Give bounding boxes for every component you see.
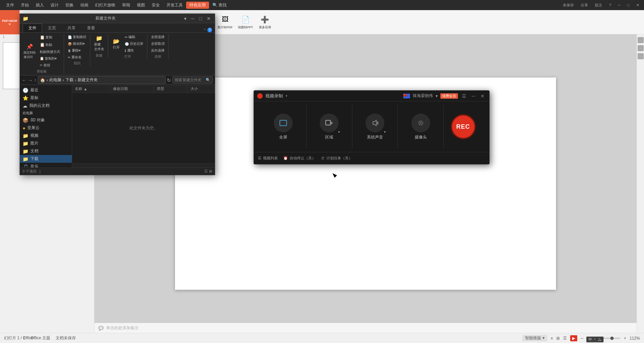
menu-special[interactable]: 特色应用: [186, 2, 209, 9]
share-button[interactable]: 分享: [579, 2, 590, 8]
fe-sidebar-recent[interactable]: 🕐 最近: [20, 86, 72, 94]
fe-path-this-pc[interactable]: 此电脑: [49, 77, 61, 83]
fe-cut-btn[interactable]: ✂ 剪切: [38, 62, 62, 68]
vr-playlist-btn[interactable]: ☰ 视频列表: [258, 156, 278, 161]
vr-minimize-btn[interactable]: ─: [470, 93, 476, 99]
fe-open-btn[interactable]: 📂 打开: [110, 37, 122, 51]
fe-new-folder-btn[interactable]: 📁 新建文件夹: [92, 34, 106, 53]
fe-delete-btn[interactable]: 🗑 删除▾: [66, 48, 88, 54]
vr-username-dropdown[interactable]: ▾: [436, 94, 438, 98]
view-grid[interactable]: ⊞: [556, 336, 560, 341]
fe-title-dropdown[interactable]: ▾: [183, 16, 188, 21]
zoom-out[interactable]: ─: [581, 336, 584, 341]
fe-rename-btn[interactable]: ✏ 重命名: [66, 54, 88, 60]
vr-close-btn[interactable]: ✕: [479, 93, 486, 99]
play-button[interactable]: ▶: [570, 335, 577, 341]
fe-select-all-btn[interactable]: 全部选择: [149, 34, 166, 40]
zoom-in[interactable]: +: [624, 336, 626, 341]
fe-sidebar-3d[interactable]: 📦 3D 对象: [20, 116, 72, 124]
fe-col-date[interactable]: 修改日期: [110, 85, 154, 93]
fe-back-btn[interactable]: ←: [22, 77, 27, 83]
fe-col-type[interactable]: 类型: [154, 85, 188, 93]
ribbon-more-apps[interactable]: ➕ 更多应用: [257, 13, 273, 31]
vr-member-badge[interactable]: 续费会员: [440, 93, 458, 99]
right-panel-icon-2[interactable]: ·: [638, 45, 644, 51]
fe-copy-to-btn[interactable]: 📋 复制到▾: [38, 56, 62, 62]
vr-auto-stop-btn[interactable]: ⏰ 自动停止（关）: [283, 156, 316, 161]
fe-up-btn[interactable]: ↑: [34, 77, 36, 83]
fe-refresh-btn[interactable]: ↻: [167, 77, 171, 83]
fe-tab-view[interactable]: 查看: [81, 24, 101, 32]
fe-sidebar-starred[interactable]: ⭐ 星标: [20, 94, 72, 102]
fe-paste-btn[interactable]: 📋 粘贴: [38, 41, 62, 48]
fe-tab-file[interactable]: 文件: [23, 24, 42, 32]
fe-sidebar-downloads[interactable]: 📁 下载: [20, 155, 72, 163]
vr-menu-icon[interactable]: ☰: [461, 93, 468, 99]
help-button[interactable]: ?: [607, 2, 613, 8]
fe-minimize-btn[interactable]: ─: [190, 16, 196, 21]
menu-security[interactable]: 安全: [148, 2, 163, 9]
fe-invert-select-btn[interactable]: 反向选择: [149, 48, 166, 54]
menu-home[interactable]: 开始: [18, 2, 32, 9]
fe-sidebar-jianguo[interactable]: ● 坚果云: [20, 124, 72, 132]
fe-tab-expand[interactable]: ⌃ ?: [203, 28, 212, 32]
vr-sound-btn[interactable]: ▾: [365, 114, 384, 132]
fe-sidebar-docs[interactable]: 📁 文档: [20, 147, 72, 155]
fe-copy-path-btn[interactable]: 📄 复制路径: [66, 34, 88, 40]
batch-button[interactable]: 批注: [593, 2, 604, 8]
vr-rec-btn[interactable]: REC: [451, 115, 475, 138]
fe-edit-btn[interactable]: ✏ 编辑: [123, 34, 145, 40]
fe-view-grid-icon[interactable]: ⊞: [209, 169, 212, 174]
vr-camera-btn[interactable]: [411, 114, 430, 132]
fe-maximize-btn[interactable]: □: [198, 16, 203, 21]
smart-push[interactable]: 智能推版 ▾: [522, 335, 547, 341]
menu-file[interactable]: 文件: [3, 2, 18, 9]
menu-search[interactable]: 🔍 查找: [209, 2, 230, 9]
note-placeholder-text[interactable]: 单击此处添加备注: [106, 325, 139, 331]
fe-forward-btn[interactable]: →: [28, 77, 33, 83]
fe-sidebar-music[interactable]: 🎵 音乐: [20, 163, 72, 167]
right-panel-icon-3[interactable]: ·: [638, 53, 644, 59]
fe-sidebar-cloud[interactable]: ☁ 我的云文档: [20, 102, 72, 110]
fe-tab-share[interactable]: 共享: [62, 24, 81, 32]
fe-close-btn[interactable]: ✕: [205, 16, 212, 21]
vr-fullscreen-btn[interactable]: [274, 114, 293, 132]
right-panel-icon-1[interactable]: ·: [638, 37, 644, 43]
ribbon-paper-ppt[interactable]: 📄 纸图转PPT: [236, 13, 255, 31]
vr-area-btn[interactable]: ▾: [320, 114, 339, 132]
menu-animation[interactable]: 动画: [77, 2, 92, 9]
fe-view-list-icon[interactable]: ☰: [204, 169, 208, 174]
maximize-button[interactable]: □: [625, 2, 632, 8]
vr-schedule-btn[interactable]: ⏱ 计划任务（关）: [321, 156, 352, 161]
fe-sidebar-pictures[interactable]: 📁 图片: [20, 139, 72, 147]
fe-paste-shortcut-btn[interactable]: 粘贴快捷方式: [38, 49, 62, 55]
menu-slideshow[interactable]: 幻灯片放映: [92, 2, 119, 9]
fe-path-new-folder[interactable]: 新建文件夹: [78, 77, 98, 83]
menu-review[interactable]: 审阅: [119, 2, 134, 9]
fe-pin-btn[interactable]: 📌 固定到快速访问: [22, 42, 37, 60]
fe-move-btn[interactable]: 📦 移动到▾: [66, 41, 88, 47]
pdf-wps-button[interactable]: PDF×WOR D: [0, 10, 20, 34]
fe-history-btn[interactable]: 🕐 历史记录: [123, 41, 145, 47]
fe-tab-home[interactable]: 主页: [42, 24, 62, 32]
fe-col-size[interactable]: 大小: [188, 85, 215, 93]
fe-address-path[interactable]: 🏠 › 此电脑 › 下载 › 新建文件夹: [38, 76, 166, 84]
view-outline[interactable]: ☰: [563, 336, 567, 341]
menu-design[interactable]: 设计: [47, 2, 62, 9]
close-button[interactable]: ✕: [634, 2, 641, 8]
menu-insert[interactable]: 插入: [32, 2, 47, 9]
fe-deselect-all-btn[interactable]: 全部取消: [149, 41, 166, 47]
minimize-button[interactable]: ─: [616, 2, 623, 8]
vr-title-dropdown[interactable]: ▾: [286, 94, 287, 98]
fe-horizontal-scrollbar[interactable]: [72, 163, 215, 167]
view-normal[interactable]: ≡: [551, 336, 553, 341]
zoom-level[interactable]: 112%: [630, 336, 640, 341]
fe-path-downloads[interactable]: 下载: [65, 77, 74, 83]
fe-sidebar-video[interactable]: 📁 视频: [20, 132, 72, 139]
menu-transition[interactable]: 切换: [62, 2, 77, 9]
menu-devtools[interactable]: 开发工具: [163, 2, 186, 9]
fe-col-name[interactable]: 名称 ▲: [72, 85, 110, 93]
menu-view[interactable]: 视图: [134, 2, 148, 9]
fe-props-btn[interactable]: ℹ 属性: [123, 48, 145, 54]
fe-search-box[interactable]: 搜索'新建文件夹' 🔍: [172, 76, 213, 84]
